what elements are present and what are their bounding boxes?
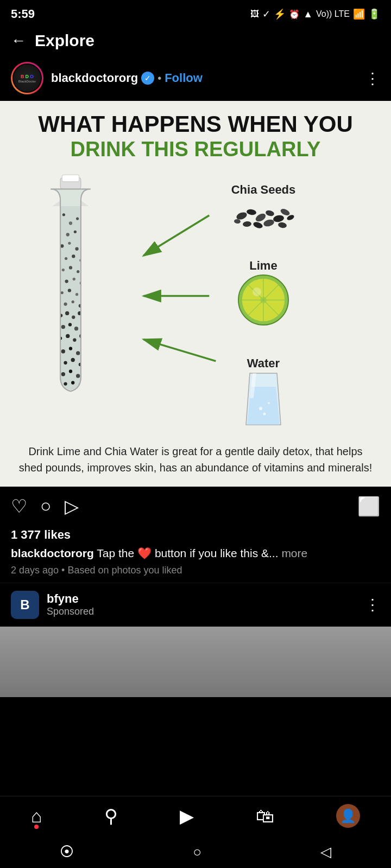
next-post-preview (0, 627, 391, 697)
svg-point-23 (62, 269, 65, 271)
svg-point-56 (66, 334, 70, 338)
svg-point-9 (66, 233, 70, 237)
likes-count: 1 377 likes (11, 528, 380, 542)
android-recents[interactable]: ⦿ (60, 844, 74, 860)
post-meta: blackdoctororg ✓ • Follow (51, 71, 357, 85)
sponsored-more-button[interactable]: ⋮ (365, 596, 380, 614)
sponsor-name[interactable]: bfyne (47, 592, 357, 606)
nav-home[interactable]: ⌂ (31, 806, 42, 827)
svg-point-18 (65, 257, 67, 260)
post-description: Drink Lime and Chia Water is great for a… (11, 443, 380, 476)
svg-point-60 (55, 346, 58, 349)
svg-point-105 (263, 413, 266, 416)
nav-search[interactable]: ⚲ (104, 805, 118, 827)
svg-point-17 (56, 253, 60, 256)
svg-point-65 (56, 357, 60, 361)
svg-point-10 (74, 231, 77, 233)
share-button[interactable]: ▷ (65, 495, 79, 517)
svg-point-102 (253, 288, 261, 296)
follow-button[interactable]: Follow (165, 71, 203, 85)
svg-point-35 (75, 293, 78, 296)
android-back[interactable]: ◁ (320, 844, 331, 860)
svg-point-92 (278, 222, 287, 229)
svg-point-39 (72, 301, 74, 303)
caption-text2: button if you like this &... (155, 547, 279, 559)
svg-point-91 (263, 219, 275, 228)
check-icon: ✓ (262, 8, 270, 20)
post-time: 2 days ago • Based on photos you liked (11, 565, 380, 576)
caption: blackdoctororg Tap the ❤️ button if you … (11, 545, 380, 561)
post-title-line2: DRINK THIS REGULARLY (11, 138, 380, 161)
lte-icon: Vo)) LTE (316, 9, 350, 19)
svg-point-57 (73, 339, 76, 342)
svg-point-22 (54, 264, 58, 267)
svg-point-104 (268, 402, 270, 404)
svg-point-47 (84, 314, 87, 317)
lime-ingredient: Lime (147, 259, 380, 329)
svg-point-45 (72, 316, 75, 319)
svg-point-33 (61, 291, 64, 294)
more-options-button[interactable]: ⋮ (365, 69, 380, 87)
caption-more[interactable]: more (281, 547, 307, 559)
svg-point-90 (253, 221, 263, 229)
svg-point-63 (76, 351, 80, 355)
alarm-icon: ⏰ (289, 9, 300, 20)
svg-point-86 (265, 209, 275, 217)
svg-point-50 (68, 323, 72, 326)
post-image: WHAT HAPPENS WHEN YOU DRINK THIS REGULAR… (0, 101, 391, 487)
comment-button[interactable]: ○ (40, 495, 52, 517)
chia-seeds-ingredient: Chia Seeds (147, 183, 380, 232)
svg-point-103 (259, 407, 262, 410)
svg-point-30 (80, 282, 83, 285)
sponsor-tag: Sponsored (47, 606, 357, 617)
svg-point-76 (64, 382, 67, 386)
svg-point-38 (64, 303, 67, 306)
like-button[interactable]: ♡ (11, 495, 27, 517)
svg-point-73 (76, 374, 80, 378)
post-username[interactable]: blackdoctororg (51, 71, 138, 85)
svg-point-6 (76, 218, 79, 220)
svg-point-26 (84, 264, 87, 267)
svg-point-12 (54, 239, 56, 241)
action-icons-left: ♡ ○ ▷ (11, 495, 79, 517)
svg-point-72 (69, 370, 72, 373)
svg-point-49 (61, 325, 65, 329)
back-button[interactable]: ← (11, 32, 26, 49)
nav-profile[interactable]: 👤 (336, 804, 360, 828)
nav-reels[interactable]: ▶ (180, 805, 194, 827)
svg-point-27 (57, 276, 60, 279)
svg-point-28 (65, 280, 68, 283)
svg-point-61 (61, 349, 65, 353)
svg-rect-2 (51, 201, 90, 394)
android-nav: ⦿ ○ ◁ (0, 835, 391, 868)
status-time: 5:59 (11, 7, 35, 21)
svg-point-29 (73, 278, 75, 280)
sponsor-avatar-text: B (20, 597, 29, 612)
avatar[interactable]: B D O BlackDoctor (11, 62, 43, 94)
bottle-illustration (11, 172, 130, 400)
post-title-line1: WHAT HAPPENS WHEN YOU (11, 112, 380, 137)
usb-icon: ⚡ (274, 8, 286, 20)
svg-point-84 (246, 209, 256, 216)
svg-point-88 (280, 208, 291, 217)
android-home[interactable]: ○ (193, 844, 201, 860)
status-icons: 🖼 ✓ ⚡ ⏰ ▲ Vo)) LTE 📶 🔋 (250, 8, 380, 20)
svg-point-31 (88, 276, 90, 278)
svg-point-101 (260, 297, 267, 303)
svg-point-51 (74, 327, 78, 330)
bookmark-button[interactable]: ⬜ (357, 495, 380, 517)
preview-background (0, 627, 391, 697)
nav-shop[interactable]: 🛍 (256, 806, 274, 827)
caption-username[interactable]: blackdoctororg (11, 547, 94, 559)
svg-point-62 (69, 347, 72, 350)
svg-point-36 (83, 287, 86, 290)
svg-point-19 (72, 254, 75, 258)
wifi-icon: ▲ (303, 9, 313, 20)
svg-point-4 (62, 213, 65, 216)
svg-point-64 (84, 346, 87, 349)
svg-point-87 (273, 215, 285, 223)
caption-text1: Tap the (97, 547, 134, 559)
svg-point-34 (68, 289, 71, 292)
post-time-text: 2 days ago (11, 565, 59, 576)
svg-point-41 (86, 299, 89, 301)
